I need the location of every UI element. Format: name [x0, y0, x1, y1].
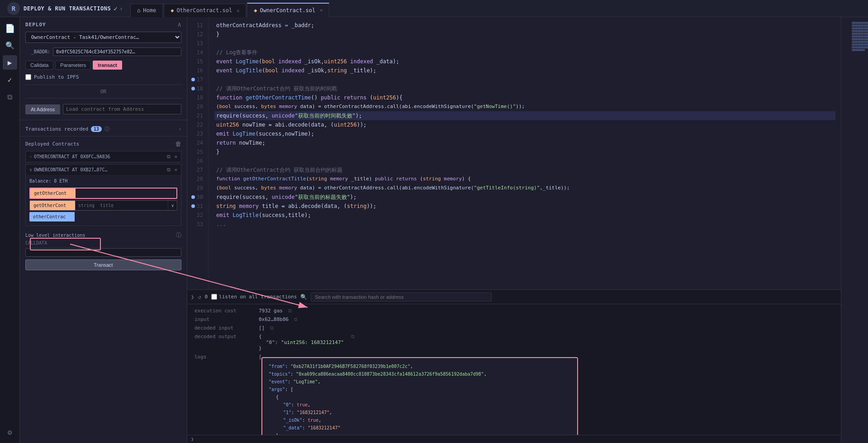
listen-label: listen on all transactions — [219, 294, 297, 300]
input-copy[interactable]: ⧉ — [294, 316, 298, 322]
code-line-32: emit LogTitle(success,title); — [216, 211, 834, 220]
baddr-input[interactable] — [53, 47, 181, 56]
code-line-11: otherContractAddress = _baddr; — [216, 21, 834, 30]
exec-cost-label: execution cost — [194, 308, 253, 314]
sidebar-settings-icon[interactable]: ⚙ — [3, 425, 17, 439]
transact-btn[interactable]: Transact — [25, 259, 181, 270]
exec-cost-copy[interactable]: ⧉ — [288, 308, 292, 314]
transactions-recorded[interactable]: Transactions recorded 13 ⓘ › — [20, 123, 187, 135]
listen-checkbox[interactable] — [211, 294, 217, 300]
home-icon: ⌂ — [137, 7, 140, 14]
line-num-12: 12 — [191, 30, 203, 39]
decoded-input-copy[interactable]: ⧉ — [270, 325, 274, 331]
line-num-28: 28 — [191, 174, 203, 184]
code-editor[interactable]: otherContractAddress = _baddr; } // Log查… — [209, 17, 841, 289]
ownercontract-item: ∨ OWNERCONTRACT AT 0XB27…07C… ⧉ ✕ Balanc… — [25, 164, 181, 226]
code-line-13 — [216, 39, 834, 48]
get-other-contract-title-expand[interactable]: ∨ — [168, 201, 177, 210]
code-line-20: (bool success, bytes memory data) = othe… — [216, 102, 834, 111]
decoded-input-value: [] — [259, 325, 265, 331]
line-num-11: 11 — [191, 21, 203, 30]
sidebar-git-icon[interactable]: ✓ — [3, 72, 17, 87]
code-line-15: event LogTime(bool indexed _isOk,uint256… — [216, 57, 834, 66]
listen-checkbox-row[interactable]: listen on all transactions — [211, 294, 297, 300]
othercontract-file-icon: ◆ — [171, 7, 174, 14]
ownercontract-copy-icon[interactable]: ⧉ — [167, 167, 171, 173]
line-num-15: 15 — [191, 57, 203, 66]
json-output-box: "from": "0xb27A31f1b0AF2946B7F582768f032… — [261, 357, 578, 435]
code-line-17 — [216, 75, 834, 84]
terminal-search-input[interactable] — [311, 292, 492, 302]
tx-expand-arrow[interactable]: › — [178, 126, 181, 132]
get-other-contract-time-btn[interactable]: getOtherCont — [30, 189, 76, 198]
tab-othercontract[interactable]: ◆ OtherContract.sol ✕ — [164, 4, 246, 17]
other-contract-address-btn[interactable]: otherContrac — [29, 212, 75, 222]
code-line-26 — [216, 156, 834, 165]
othercontract-header[interactable]: › OTHERCONTRACT AT 0X0FC…9A836 ⧉ ✕ — [26, 151, 181, 162]
app-title: DEPLOY & RUN TRANSACTIONS — [24, 5, 111, 12]
ownercontract-file-icon: ◆ — [254, 7, 257, 14]
othercontract-arrow: › — [29, 154, 32, 159]
at-address-input[interactable] — [63, 104, 181, 114]
othercontract-close-icon[interactable]: ✕ — [174, 154, 177, 160]
transact-tab[interactable]: transact — [93, 61, 122, 70]
tab-othercontract-label: OtherContract.sol — [176, 7, 232, 14]
ownercontract-close-icon[interactable]: ✕ — [174, 167, 177, 173]
publish-ipfs-checkbox[interactable] — [25, 74, 31, 80]
othercontract-name: OTHERCONTRACT AT 0X0FC…9A836 — [34, 154, 165, 159]
code-line-33: ... — [216, 220, 834, 229]
line-num-23: 23 — [191, 129, 203, 138]
line-num-22: 22 — [191, 120, 203, 129]
input-label: input — [194, 316, 253, 322]
check-icon: ✓ — [114, 5, 117, 12]
low-level-info-icon: ⓘ — [176, 231, 181, 239]
code-line-31: string memory title = abi.decode(data, (… — [216, 202, 834, 211]
ownercontract-header[interactable]: ∨ OWNERCONTRACT AT 0XB27…07C… ⧉ ✕ — [26, 165, 181, 175]
tab-home[interactable]: ⌂ Home — [130, 4, 163, 17]
parameters-tab[interactable]: Parameters — [55, 61, 91, 70]
deploy-panel-title: DEPLOY — [25, 22, 46, 28]
contract-selector[interactable]: OwnerContract - Task41/OwnerContrac… — [25, 32, 181, 43]
othercontract-item: › OTHERCONTRACT AT 0X0FC…9A836 ⧉ ✕ — [25, 151, 181, 162]
line-num-25: 25 — [191, 147, 203, 156]
code-line-28: function getOtherContractTitle(string me… — [216, 174, 834, 184]
code-line-29: (bool success, bytes memory data) = othe… — [216, 184, 834, 193]
decoded-output-content: "0": "uint256: 1683212147" — [259, 339, 344, 345]
logs-label: logs — [194, 354, 253, 360]
terminal-expand-btn[interactable]: ❯ — [187, 435, 841, 443]
sidebar-file-icon[interactable]: 📄 — [3, 21, 17, 35]
line-num-20: 20 — [191, 102, 203, 111]
decoded-output-copy[interactable]: ⧉ — [351, 334, 355, 351]
line-num-29: 29 — [191, 184, 203, 193]
code-line-23: emit LogTime(success,nowTime); — [216, 129, 834, 138]
refresh-icon[interactable]: ↺ — [198, 294, 201, 300]
get-other-contract-title-btn[interactable]: getOtherCont — [30, 201, 75, 210]
code-line-30: require(success, unicode"获取当前的标题失败"); — [216, 193, 834, 202]
line-num-19: 19 — [191, 93, 203, 102]
sidebar-search-icon[interactable]: 🔍 — [3, 38, 17, 52]
line-num-13: 13 — [191, 39, 203, 48]
line-num-16: 16 — [191, 66, 203, 75]
or-divider: OR — [25, 85, 181, 99]
ownercontract-name: OWNERCONTRACT AT 0XB27…07C… — [34, 167, 165, 172]
tab-ownercontract[interactable]: ◆ OwnerContract.sol ✕ — [247, 3, 329, 17]
tx-info-icon: ⓘ — [104, 126, 109, 132]
tab-othercontract-close[interactable]: ✕ — [237, 8, 239, 13]
panel-collapse-btn[interactable]: ∧ — [178, 21, 181, 28]
trash-icon[interactable]: 🗑 — [175, 140, 181, 147]
sidebar-plugin-icon[interactable]: ⧉ — [3, 90, 17, 104]
calldata-tab[interactable]: Calldata — [25, 61, 53, 70]
tab-ownercontract-close[interactable]: ✕ — [320, 8, 323, 13]
code-line-25: } — [216, 147, 834, 156]
code-line-19: function getOtherContractTime() public r… — [216, 93, 834, 102]
at-address-btn[interactable]: At Address — [25, 104, 60, 114]
expand-terminal-icon[interactable]: ❯ — [191, 294, 194, 300]
decoded-output-open: { — [259, 334, 344, 339]
get-other-contract-title-input[interactable] — [75, 201, 168, 210]
code-line-24: return nowTime; — [216, 138, 834, 147]
line-num-27: 27 — [191, 165, 203, 174]
calldata-input[interactable] — [25, 248, 181, 257]
low-level-title: Low level interactions — [25, 233, 85, 238]
sidebar-deploy-icon[interactable]: ▶ — [3, 55, 17, 70]
othercontract-copy-icon[interactable]: ⧉ — [167, 154, 171, 160]
